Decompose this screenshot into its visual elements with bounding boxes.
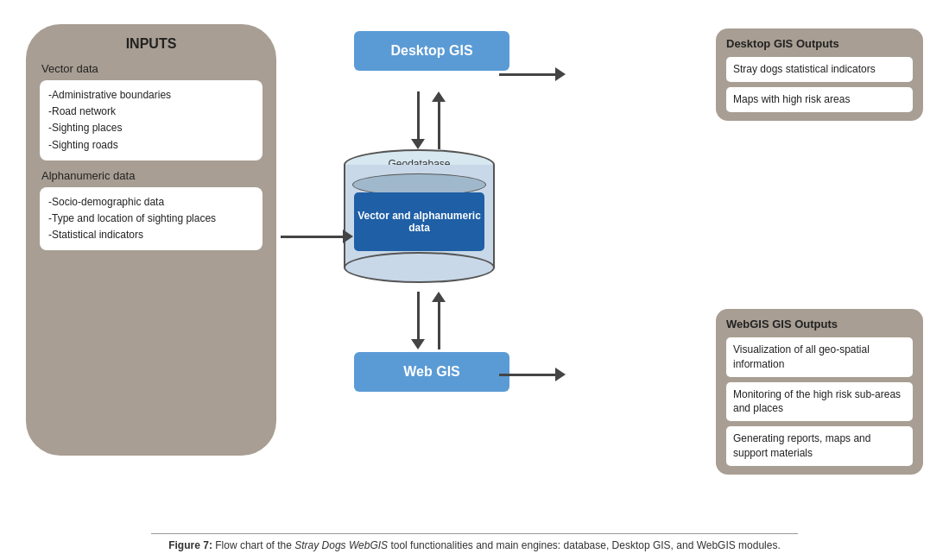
desktop-output-item-2: Maps with high risk areas — [726, 87, 913, 112]
web-gis-box: Web GIS — [354, 352, 509, 392]
desktop-gis-outputs-box: Desktop GIS Outputs Stray dogs statistic… — [716, 28, 923, 121]
arrow-left-to-db — [281, 230, 353, 243]
webgis-output-item-2: Monitoring of the high risk sub-areas an… — [726, 382, 913, 422]
webgis-outputs-box: WebGIS GIS Outputs Visualization of all … — [716, 309, 923, 475]
alpha-item-3: -Statistical indicators — [48, 227, 254, 243]
drum-container: Geodatabase Vector and alphanumeric data — [344, 149, 495, 283]
arrow-up-1 — [432, 91, 446, 149]
geodatabase-wrapper: Geodatabase Vector and alphanumeric data — [344, 149, 495, 283]
arrow-shaft-up-2 — [438, 302, 440, 349]
desktop-gis-box: Desktop GIS — [354, 31, 509, 71]
webgis-output-item-1: Visualization of all geo-spatial informa… — [726, 337, 913, 377]
alpha-item-1: -Socio-demographic data — [48, 194, 254, 211]
caption-text: Flow chart of the — [212, 539, 294, 551]
arrow-head-down-2 — [411, 339, 425, 349]
alpha-item-2: -Type and location of sighting places — [48, 211, 254, 227]
webgis-output-item-3: Generating reports, maps and support mat… — [726, 426, 913, 466]
alphanumeric-section-title: Alphanumeric data — [40, 169, 263, 182]
vector-item-2: -Road network — [48, 104, 254, 120]
inputs-title: INPUTS — [40, 36, 263, 52]
arrow-head-up — [432, 91, 446, 102]
arrow-down-1 — [411, 91, 425, 149]
vector-item-1: -Administrative boundaries — [48, 87, 254, 104]
arrow-shaft-2 — [417, 292, 420, 339]
inputs-box: INPUTS Vector data -Administrative bound… — [26, 24, 276, 456]
h-head-right-1 — [343, 230, 353, 243]
vector-data-label: Vector and alphanumeric data — [354, 210, 484, 234]
h-head-right-2 — [555, 67, 566, 81]
vector-alphanumeric-box: Vector and alphanumeric data — [354, 192, 484, 251]
arrow-webgis-to-outputs — [499, 368, 566, 381]
arrow-shaft — [417, 91, 420, 139]
figure-caption: Figure 7: Flow chart of the Stray Dogs W… — [151, 533, 798, 551]
arrow-head-up-2 — [432, 292, 446, 302]
vert-arrows-bottom — [411, 292, 446, 349]
desktop-outputs-title: Desktop GIS Outputs — [726, 37, 913, 50]
arrow-up-2 — [432, 292, 446, 349]
webgis-outputs-title: WebGIS GIS Outputs — [726, 318, 913, 330]
alphanumeric-data-card: -Socio-demographic data -Type and locati… — [40, 187, 263, 251]
desktop-gis-label: Desktop GIS — [354, 31, 509, 71]
caption-label: Figure 7: — [168, 539, 212, 551]
diagram-area: INPUTS Vector data -Administrative bound… — [17, 16, 932, 526]
h-shaft-3 — [499, 374, 555, 376]
arrow-down-2 — [411, 292, 425, 349]
vector-item-4: -Sighting roads — [48, 137, 254, 154]
h-shaft-2 — [499, 73, 555, 76]
main-container: INPUTS Vector data -Administrative bound… — [0, 0, 949, 560]
vector-item-3: -Sighting places — [48, 120, 254, 136]
h-shaft-1 — [281, 236, 343, 238]
arrow-head-down — [411, 139, 425, 149]
vector-data-card: -Administrative boundaries -Road network… — [40, 80, 263, 160]
vert-arrows-top — [411, 91, 446, 149]
caption-text2: tool functionalities and main engines: d… — [388, 539, 781, 551]
drum-bottom — [344, 252, 495, 283]
h-head-right-3 — [555, 368, 566, 381]
arrow-shaft-up — [438, 102, 440, 149]
arrow-db-to-desktop — [499, 67, 566, 81]
desktop-output-item-1: Stray dogs statistical indicators — [726, 57, 913, 82]
caption-italic: Stray Dogs WebGIS — [294, 539, 388, 551]
web-gis-label: Web GIS — [354, 352, 509, 392]
vector-section-title: Vector data — [40, 62, 263, 75]
